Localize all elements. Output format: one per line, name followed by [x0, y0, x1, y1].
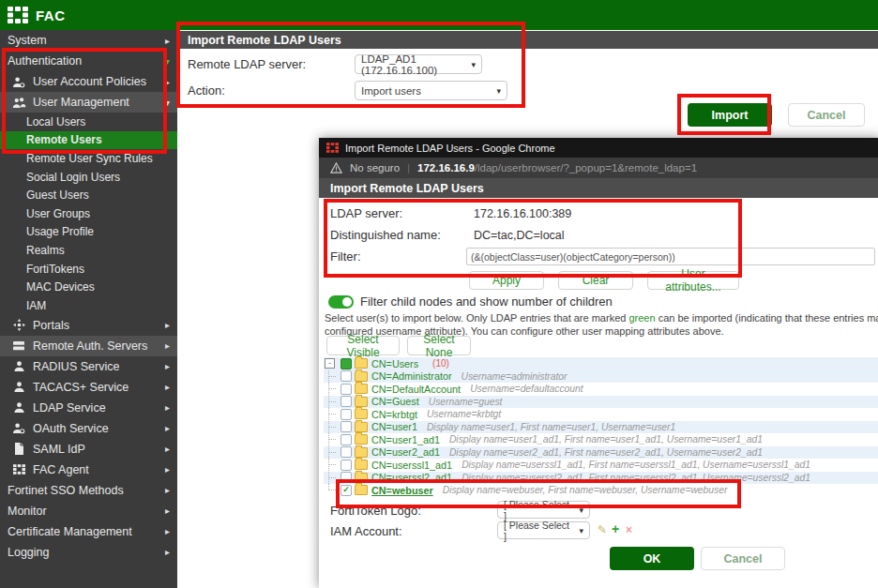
- sidebar-item-user-groups[interactable]: User Groups: [0, 204, 177, 223]
- sidebar-item-remote-users[interactable]: Remote Users: [0, 131, 177, 150]
- clear-button[interactable]: Clear: [558, 271, 633, 290]
- popup-cancel-button[interactable]: Cancel: [701, 547, 785, 570]
- sidebar-item-fortinet-sso-methods[interactable]: Fortinet SSO Methods▸: [0, 480, 177, 501]
- sidebar-item-oauth-service[interactable]: OAuth Service▸: [0, 418, 177, 439]
- sidebar-item-authentication[interactable]: Authentication▾: [0, 51, 177, 71]
- remote-ldap-server-select[interactable]: LDAP_AD1 (172.16.16.100) ▾: [355, 54, 482, 74]
- apply-button[interactable]: Apply: [469, 271, 544, 290]
- sidebar-item-portals[interactable]: Portals▸: [0, 315, 177, 336]
- sidebar-item-system[interactable]: System▸: [0, 30, 177, 51]
- tree-entry-checkbox[interactable]: [341, 370, 352, 382]
- grid-icon: [11, 463, 26, 476]
- tree-entry-name[interactable]: CN=user1_ad1: [371, 434, 440, 445]
- sidebar-item-user-account-policies[interactable]: User Account Policies▸: [0, 71, 177, 92]
- tree-connector: [328, 396, 338, 408]
- tree-entry-name[interactable]: CN=Users: [371, 358, 418, 369]
- tree-entry-name[interactable]: CN=krbtgt: [371, 409, 417, 420]
- sidebar-item-usage-profile[interactable]: Usage Profile: [0, 223, 177, 242]
- sidebar-item-fac-agent[interactable]: FAC Agent▸: [0, 460, 177, 480]
- sidebar-item-remote-user-sync-rules[interactable]: Remote User Sync Rules: [0, 149, 177, 168]
- tree-entry-attributes: Username=administrator: [462, 371, 568, 382]
- tree-root-checkbox[interactable]: [341, 358, 352, 369]
- tree-entry-checkbox[interactable]: [341, 384, 352, 395]
- tree-row-cn-defaultaccount: CN=DefaultAccountUsername=defaultaccount: [324, 383, 878, 396]
- tree-connector: [328, 383, 338, 395]
- sidebar-item-mac-devices[interactable]: MAC Devices: [0, 278, 177, 296]
- distinguished-name-value: DC=tac,DC=local: [474, 229, 565, 242]
- x-icon[interactable]: ×: [626, 523, 632, 536]
- tree-row-cn-userssl1-ad1: CN=userssl1_ad1Display name=userssl1_ad1…: [324, 459, 878, 472]
- iam-account-label: IAM Account:: [330, 524, 402, 538]
- tree-collapse-icon[interactable]: -: [325, 358, 335, 369]
- user-attributes-button[interactable]: User attributes...: [647, 271, 739, 290]
- main-page-header: Import Remote LDAP Users: [177, 31, 878, 49]
- tree-entry-name[interactable]: CN=user2_ad1: [371, 446, 440, 458]
- chevron-right-icon: ▸: [165, 423, 170, 433]
- tree-row-cn-user1-ad1: CN=user1_ad1Display name=user1_ad1, Firs…: [324, 433, 878, 446]
- tree-entry-checkbox[interactable]: [341, 421, 352, 432]
- main-cancel-button[interactable]: Cancel: [788, 103, 865, 127]
- sidebar-item-remote-auth-servers[interactable]: Remote Auth. Servers▸: [0, 336, 177, 356]
- sidebar-item-label: FortiTokens: [26, 263, 84, 276]
- folder-icon: [355, 358, 368, 369]
- tree-child-count: (10): [432, 358, 449, 369]
- sidebar-item-fortitokens[interactable]: FortiTokens: [0, 260, 177, 279]
- action-select[interactable]: Import users ▾: [355, 81, 507, 100]
- main-page-title: Import Remote LDAP Users: [188, 34, 341, 47]
- select-none-button[interactable]: Select None: [407, 336, 471, 355]
- tree-entry-checkbox[interactable]: [341, 460, 352, 471]
- sidebar-item-guest-users[interactable]: Guest Users: [0, 186, 177, 204]
- tree-entry-name[interactable]: CN=Guest: [371, 396, 419, 407]
- chevron-right-icon: ▸: [165, 361, 170, 371]
- tree-entry-name[interactable]: CN=userssl2_ad1: [371, 472, 452, 483]
- tree-connector: [328, 408, 338, 420]
- tree-entry-checkbox[interactable]: [341, 409, 352, 420]
- sidebar-item-logging[interactable]: Logging▸: [0, 542, 177, 563]
- pencil-icon[interactable]: ✎: [598, 523, 607, 536]
- folder-icon: [355, 485, 368, 495]
- chevron-right-icon: ▸: [165, 444, 170, 454]
- fortitoken-logo-select[interactable]: [ Please Select ] ▾: [497, 501, 590, 519]
- action-label: Action:: [188, 83, 225, 98]
- top-bar: FAC: [0, 0, 878, 30]
- tree-entry-name[interactable]: CN=webuser: [371, 485, 433, 496]
- chevron-right-icon: ▸: [165, 505, 170, 516]
- sidebar-item-user-management[interactable]: User Management▾: [0, 92, 177, 113]
- tree-entry-checkbox[interactable]: ✓: [341, 485, 352, 496]
- sidebar-item-iam[interactable]: IAM: [0, 296, 177, 315]
- tree-entry-checkbox[interactable]: [341, 396, 352, 407]
- user-icon: [11, 381, 26, 394]
- sidebar-item-radius-service[interactable]: RADIUS Service▸: [0, 356, 177, 377]
- tree-entry-checkbox[interactable]: [341, 434, 352, 445]
- chevron-right-icon: ▸: [165, 382, 170, 392]
- iam-account-value: [ Please Select ]: [504, 520, 573, 542]
- import-button[interactable]: Import: [688, 103, 772, 127]
- sidebar-item-ldap-service[interactable]: LDAP Service▸: [0, 398, 177, 418]
- iam-account-select[interactable]: [ Please Select ] ▾: [497, 521, 590, 539]
- tree-entry-name[interactable]: CN=Administrator: [371, 370, 452, 382]
- popup-title-bar[interactable]: Import Remote LDAP Users - Google Chrome: [319, 138, 878, 158]
- sidebar-item-label: LDAP Service: [33, 401, 106, 415]
- filter-input[interactable]: [466, 248, 875, 265]
- folder-icon: [355, 384, 368, 394]
- popup-url-bar[interactable]: No seguro | 172.16.16.9 /ldap/userbrowse…: [319, 158, 878, 178]
- select-visible-button[interactable]: Select Visible: [326, 336, 400, 355]
- sidebar-item-social-login-users[interactable]: Social Login Users: [0, 168, 177, 187]
- filter-child-nodes-toggle[interactable]: [328, 295, 354, 309]
- tree-entry-name[interactable]: CN=DefaultAccount: [371, 384, 461, 395]
- sidebar-item-realms[interactable]: Realms: [0, 241, 177, 260]
- tree-entry-checkbox[interactable]: [341, 446, 352, 458]
- sidebar-item-local-users[interactable]: Local Users: [0, 113, 177, 131]
- tree-entry-name[interactable]: CN=userssl1_ad1: [371, 460, 452, 471]
- folder-icon: [355, 422, 368, 432]
- sidebar-item-saml-idp[interactable]: SAML IdP▸: [0, 439, 177, 460]
- sidebar-item-tacacs-service[interactable]: TACACS+ Service▸: [0, 377, 177, 398]
- popup-ok-button[interactable]: OK: [610, 547, 694, 570]
- tree-entry-name[interactable]: CN=user1: [371, 421, 417, 432]
- sidebar-item-monitor[interactable]: Monitor▸: [0, 501, 177, 521]
- tree-entry-checkbox[interactable]: [341, 472, 352, 483]
- chrome-window-grid-icon: [326, 143, 339, 153]
- import-description-line1: Select user(s) to import below. Only LDA…: [325, 312, 878, 324]
- plus-icon[interactable]: +: [612, 521, 619, 536]
- sidebar-item-certificate-management[interactable]: Certificate Management▸: [0, 521, 177, 542]
